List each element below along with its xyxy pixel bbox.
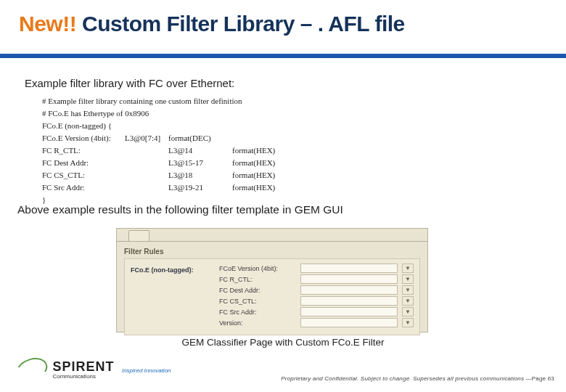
- code-row-c2: [125, 169, 168, 181]
- code-row-c1: FC Dest Addr:: [42, 157, 125, 169]
- gem-field-input[interactable]: [300, 264, 398, 273]
- dropdown-arrow-icon[interactable]: ▼: [402, 285, 414, 295]
- slide-title: New!! Custom Filter Library – . AFL file: [19, 12, 405, 36]
- spirent-name: SPIRENT: [52, 359, 114, 375]
- gem-field-row: FC Dest Addr: ▼: [219, 285, 414, 295]
- code-row-c2: L3@0[7:4]: [125, 132, 168, 144]
- gem-field-label: FC Dest Addr:: [219, 287, 296, 294]
- gem-field-label: FC Src Addr:: [219, 309, 296, 316]
- gem-group-label: FCo.E (non-tagged):: [131, 266, 219, 274]
- code-block: # Example filter library containing one …: [42, 95, 544, 206]
- code-row-c1: FCo.E Version (4bit):: [42, 132, 125, 144]
- result-line: Above example results in the following f…: [17, 203, 343, 216]
- code-table: FCo.E Version (4bit): L3@0[7:4] format(D…: [42, 132, 298, 194]
- code-row-c1: FC R_CTL:: [42, 144, 125, 157]
- gem-field-input[interactable]: [300, 285, 398, 295]
- gem-inner: Filter Rules FCo.E (non-tagged): FCoE Ve…: [117, 242, 427, 341]
- spirent-logo-text: SPIRENT Communications: [52, 359, 114, 380]
- spirent-swirl-icon: [13, 354, 51, 385]
- filter-rules-label: Filter Rules: [124, 248, 420, 256]
- code-row-c3: format(DEC): [168, 132, 232, 144]
- footer-page: Page 63: [532, 375, 554, 382]
- code-row: FCo.E Version (4bit): L3@0[7:4] format(D…: [42, 132, 298, 144]
- gem-field-row: FC R_CTL: ▼: [219, 274, 414, 284]
- slide: New!! Custom Filter Library – . AFL file…: [0, 0, 566, 392]
- gem-tab[interactable]: [128, 230, 149, 241]
- code-row-c3: L3@19-21: [168, 181, 232, 194]
- code-row: FC Src Addr: L3@19-21 format(HEX): [42, 181, 298, 194]
- gem-caption: GEM Classifier Page with Custom FCo.E Fi…: [0, 337, 566, 348]
- gem-rows: FCoE Version (4bit): ▼ FC R_CTL: ▼ FC De…: [219, 264, 414, 330]
- spirent-tagline: Inspired Innovation: [122, 367, 171, 374]
- gem-field-row: FCoE Version (4bit): ▼: [219, 264, 414, 273]
- dropdown-arrow-icon[interactable]: ▼: [402, 274, 414, 284]
- code-row-c4: [232, 132, 298, 144]
- code-row-c3: L3@18: [168, 169, 232, 181]
- dropdown-arrow-icon[interactable]: ▼: [402, 307, 414, 317]
- dropdown-arrow-icon[interactable]: ▼: [402, 264, 414, 273]
- code-row-c4: format(HEX): [232, 169, 298, 181]
- title-main: Custom Filter Library – . AFL file: [82, 12, 405, 36]
- gem-field-label: FC R_CTL:: [219, 276, 296, 283]
- gem-field-label: FCoE Version (4bit):: [219, 265, 296, 272]
- gem-field-label: FC CS_CTL:: [219, 298, 296, 305]
- code-comment-2: # FCo.E has Ethertype of 0x8906: [42, 107, 544, 120]
- gem-tabbar: [117, 229, 427, 242]
- gem-field-row: Version: ▼: [219, 318, 414, 327]
- code-row-c2: [125, 157, 168, 169]
- code-row-c4: format(HEX): [232, 157, 298, 169]
- title-prefix: New!!: [19, 12, 82, 36]
- code-row-c4: format(HEX): [232, 181, 298, 194]
- code-row: FC CS_CTL: L3@18 format(HEX): [42, 169, 298, 181]
- code-row-c1: FC CS_CTL:: [42, 169, 125, 181]
- gem-field-label: Version:: [219, 319, 296, 327]
- code-row-c1: FC Src Addr:: [42, 181, 125, 194]
- code-comment-1: # Example filter library containing one …: [42, 95, 544, 107]
- code-row-c4: format(HEX): [232, 144, 298, 157]
- gem-fieldset: FCo.E (non-tagged): FCoE Version (4bit):…: [124, 258, 420, 335]
- gem-field-row: FC Src Addr: ▼: [219, 307, 414, 317]
- gem-field-input[interactable]: [300, 307, 398, 317]
- code-row-c2: [125, 181, 168, 194]
- dropdown-arrow-icon[interactable]: ▼: [402, 318, 414, 327]
- dropdown-arrow-icon[interactable]: ▼: [402, 296, 414, 306]
- gem-screenshot: Filter Rules FCo.E (non-tagged): FCoE Ve…: [116, 228, 428, 332]
- code-row-c3: L3@15-17: [168, 157, 232, 169]
- gem-group-leftcol: FCo.E (non-tagged):: [131, 264, 219, 330]
- spirent-logo: SPIRENT Communications Inspired Innovati…: [16, 359, 171, 380]
- gem-field-input[interactable]: [300, 296, 398, 306]
- footer-note: Proprietary and Confidential. Subject to…: [281, 375, 554, 382]
- gem-field-input[interactable]: [300, 318, 398, 327]
- code-row-c2: [125, 144, 168, 157]
- code-row: FC Dest Addr: L3@15-17 format(HEX): [42, 157, 298, 169]
- code-open-brace: FCo.E (non-tagged) {: [42, 120, 544, 132]
- example-subhead: Example filter library with FC over Ethe…: [25, 77, 544, 89]
- code-row-c3: L3@14: [168, 144, 232, 157]
- gem-field-row: FC CS_CTL: ▼: [219, 296, 414, 306]
- footer-text: Proprietary and Confidential. Subject to…: [281, 375, 532, 382]
- gem-field-input[interactable]: [300, 274, 398, 284]
- code-row: FC R_CTL: L3@14 format(HEX): [42, 144, 298, 157]
- body-area: Example filter library with FC over Ethe…: [25, 77, 544, 206]
